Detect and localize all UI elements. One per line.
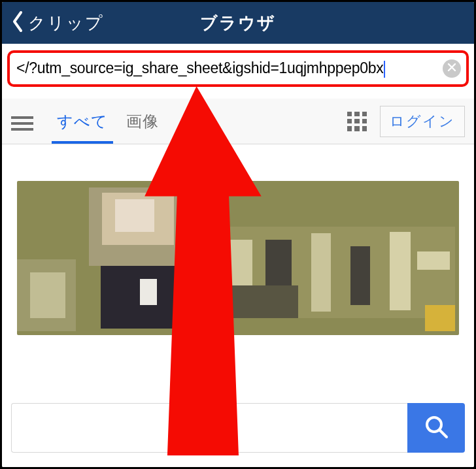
hamburger-menu-icon[interactable]: [11, 113, 33, 130]
content-area: [2, 144, 474, 467]
url-zone: </?utm_source=ig_share_sheet&igshid=1uqj…: [2, 44, 474, 92]
back-button[interactable]: クリップ: [2, 10, 104, 35]
svg-line-1: [439, 430, 447, 437]
text-caret: [384, 61, 385, 78]
login-button[interactable]: ログイン: [380, 106, 465, 137]
app-bar: クリップ ブラウザ: [2, 2, 474, 44]
url-field[interactable]: </?utm_source=ig_share_sheet&igshid=1uqj…: [11, 54, 465, 83]
search-row: [11, 403, 465, 453]
tab-all[interactable]: すべて: [48, 99, 117, 144]
chevron-left-icon: [11, 10, 24, 35]
search-input[interactable]: [11, 403, 407, 453]
search-icon: [423, 413, 449, 442]
apps-grid-icon[interactable]: [347, 112, 367, 131]
close-icon: [447, 63, 456, 74]
url-text: </?utm_source=ig_share_sheet&igshid=1uqj…: [16, 59, 439, 78]
url-highlight-box: </?utm_source=ig_share_sheet&igshid=1uqj…: [7, 50, 469, 87]
tabs: すべて 画像: [48, 99, 168, 144]
google-doodle-image[interactable]: [17, 181, 459, 335]
search-toolbar: すべて 画像 ログイン: [2, 99, 474, 144]
clear-url-button[interactable]: [443, 59, 461, 78]
share-corner-icon[interactable]: [425, 305, 455, 331]
back-label: クリップ: [28, 12, 104, 35]
search-button[interactable]: [407, 403, 465, 453]
tab-images[interactable]: 画像: [117, 99, 168, 144]
